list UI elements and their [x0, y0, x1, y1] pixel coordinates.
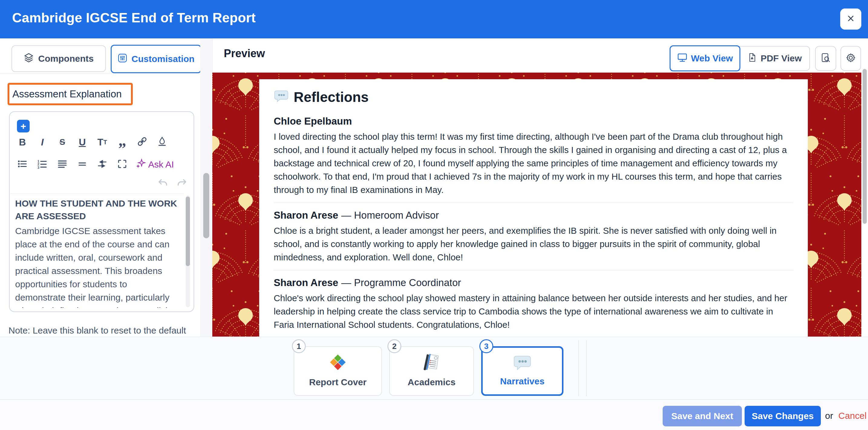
notebook-pen-icon [421, 352, 442, 374]
sidebar-scrollbar-thumb[interactable] [203, 173, 209, 238]
pdf-view-button[interactable]: PDF View [739, 46, 810, 71]
section-heading: Reflections [274, 89, 793, 105]
ordered-list-icon: 123 [37, 159, 48, 170]
bullet-list-icon [17, 159, 28, 170]
monitor-icon [677, 52, 687, 65]
tab-customisation[interactable]: Customisation [111, 45, 202, 73]
editor-toolbar-row2: 123 Ask AI [16, 158, 174, 171]
editor-toolbar-divider [10, 193, 184, 194]
entry-author: Chloe Epelbaum [274, 116, 352, 127]
undo-redo-group [157, 177, 187, 190]
underline-button[interactable]: U [75, 135, 89, 149]
bold-button[interactable]: B [16, 135, 29, 149]
ask-ai-label: Ask AI [148, 159, 174, 170]
bullet-list-button[interactable] [16, 158, 29, 171]
plus-icon: + [21, 121, 26, 132]
add-block-button[interactable]: + [17, 120, 30, 132]
cancel-link[interactable]: Cancel [838, 411, 867, 421]
web-view-button[interactable]: Web View [670, 45, 740, 71]
step-badge-3: 3 [479, 339, 493, 353]
text-size-button[interactable]: TT [96, 135, 109, 149]
entry-text: Chloe's work directing the school play s… [274, 291, 793, 331]
tab-components-label: Components [38, 54, 93, 64]
svg-text:3: 3 [37, 166, 39, 169]
strip-divider [578, 340, 579, 396]
bold-icon: B [19, 137, 26, 148]
sliders-icon [118, 53, 127, 65]
editor-scrollbar-thumb[interactable] [186, 196, 190, 266]
save-and-next-button[interactable]: Save and Next [663, 406, 742, 426]
entry-text: Chloe is a bright student, a leader amon… [274, 224, 793, 264]
gear-icon [846, 53, 856, 64]
quote-icon: ” [118, 146, 126, 152]
field-label-highlight: Assessment Explanation [7, 83, 133, 105]
reflection-entry: Sharon Arese— Homeroom Advisor Chloe is … [274, 210, 793, 264]
fullscreen-button[interactable] [116, 158, 129, 171]
tab-customisation-label: Customisation [131, 54, 194, 64]
field-note: Note: Leave this blank to reset to the d… [8, 326, 186, 336]
sparkle-icon [135, 158, 146, 171]
strikethrough-icon: S [60, 137, 65, 147]
window-header: Cambridge IGCSE End of Term Report [0, 0, 868, 38]
tab-components[interactable]: Components [11, 45, 106, 72]
field-label-text: Assessment Explanation [12, 88, 122, 100]
pdf-file-icon [747, 53, 757, 64]
preview-scrollbar-thumb[interactable] [863, 69, 867, 224]
editor-content-heading: HOW THE STUDENT AND THE WORK ARE ASSESSE… [15, 197, 180, 222]
preview-settings-button[interactable] [840, 46, 861, 71]
link-button[interactable] [135, 135, 149, 149]
pdf-view-label: PDF View [761, 53, 802, 63]
text-size-icon: T [97, 137, 103, 148]
puzzle-icon [328, 353, 348, 374]
close-icon [846, 13, 856, 25]
undo-button[interactable] [157, 177, 169, 190]
ink-drop-icon [157, 136, 167, 148]
editor-content[interactable]: HOW THE STUDENT AND THE WORK ARE ASSESSE… [15, 197, 180, 308]
entry-author: Sharon Arese [274, 210, 338, 221]
link-icon [137, 136, 148, 148]
sidebar-divider [0, 73, 200, 73]
or-text: or [825, 411, 833, 421]
strikethrough-button[interactable]: S [56, 135, 69, 149]
underline-icon: U [79, 137, 86, 148]
align-center-button[interactable] [75, 158, 89, 171]
blockquote-button[interactable]: ” [116, 135, 129, 155]
indent-arrows-icon [97, 159, 107, 170]
step-label: Academics [408, 377, 456, 387]
indent-button[interactable] [96, 158, 109, 171]
align-justify-icon [57, 159, 67, 170]
step-badge-2: 2 [388, 339, 401, 353]
step-card-narratives[interactable]: Narratives [481, 346, 563, 396]
italic-button[interactable]: I [36, 135, 49, 149]
preview-inspect-button[interactable] [815, 46, 836, 71]
reflection-entry: Chloe Epelbaum I loved directing the sch… [274, 116, 793, 196]
close-button[interactable] [840, 8, 861, 30]
entry-role: — Programme Coordinator [341, 277, 461, 288]
preview-title: Preview [224, 47, 265, 60]
entry-divider [274, 270, 793, 270]
align-center-icon [77, 159, 87, 170]
align-justify-button[interactable] [56, 158, 69, 171]
fullscreen-icon [117, 159, 127, 170]
editor-toolbar-row1: B I S U TT ” [16, 135, 169, 155]
redo-button[interactable] [176, 177, 187, 190]
section-title: Reflections [294, 89, 369, 105]
save-changes-button[interactable]: Save Changes [745, 406, 821, 426]
ordered-list-button[interactable]: 123 [36, 158, 49, 171]
step-badge-1: 1 [292, 339, 306, 353]
entry-divider [274, 203, 793, 203]
report-preview-card: Reflections Chloe Epelbaum I loved direc… [259, 79, 808, 337]
reflection-entry: Sharon Arese— Programme Coordinator Chlo… [274, 277, 793, 331]
speech-bubble-icon [274, 89, 289, 105]
ask-ai-button[interactable]: Ask AI [135, 158, 174, 171]
entry-text: I loved directing the school play this t… [274, 130, 793, 196]
layers-icon [24, 53, 34, 65]
document-search-icon [820, 53, 831, 64]
entry-role: — Homeroom Advisor [341, 210, 439, 221]
step-card-academics[interactable]: Academics [389, 346, 474, 396]
step-card-report-cover[interactable]: Report Cover [294, 346, 382, 396]
step-label: Report Cover [309, 377, 367, 387]
fill-color-button[interactable] [155, 135, 169, 149]
editor-content-body: Cambridge IGCSE assessment takes place a… [15, 224, 180, 308]
web-view-label: Web View [691, 53, 733, 63]
